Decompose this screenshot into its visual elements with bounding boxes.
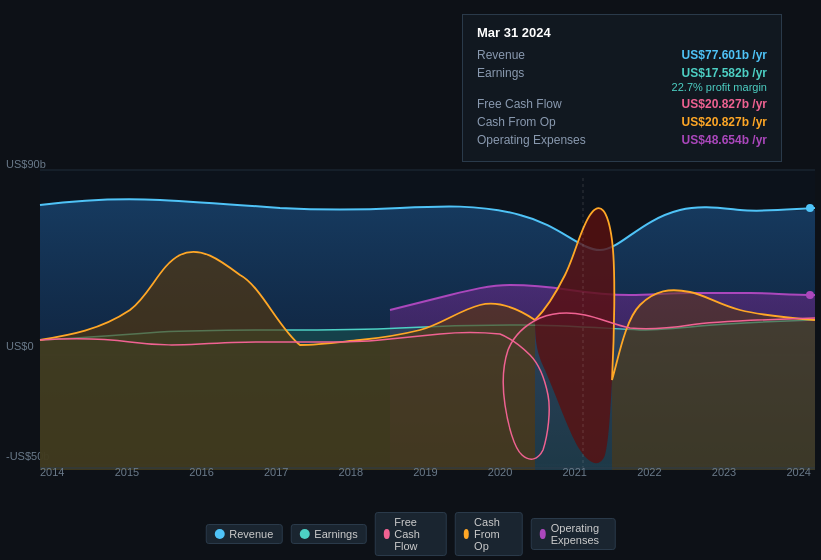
legend-fcf[interactable]: Free Cash Flow [375,512,447,556]
tooltip-revenue-row: Revenue US$77.601b /yr [477,48,767,62]
earnings-value: US$17.582b /yr [682,66,767,80]
earnings-legend-label: Earnings [314,528,357,540]
opex-label: Operating Expenses [477,133,587,147]
svg-point-4 [806,204,814,212]
cashop-legend-label: Cash From Op [474,516,514,552]
tooltip-panel: Mar 31 2024 Revenue US$77.601b /yr Earni… [462,14,782,162]
x-label-2015: 2015 [115,466,139,478]
revenue-value: US$77.601b /yr [682,48,767,62]
legend-revenue[interactable]: Revenue [205,524,282,544]
opex-dot [540,529,546,539]
x-label-2018: 2018 [339,466,363,478]
x-label-2020: 2020 [488,466,512,478]
chart-legend: Revenue Earnings Free Cash Flow Cash Fro… [205,512,616,556]
x-label-2017: 2017 [264,466,288,478]
x-label-2022: 2022 [637,466,661,478]
tooltip-fcf-row: Free Cash Flow US$20.827b /yr [477,97,767,111]
revenue-label: Revenue [477,48,587,62]
tooltip-date: Mar 31 2024 [477,25,767,40]
x-label-2019: 2019 [413,466,437,478]
tooltip-opex-row: Operating Expenses US$48.654b /yr [477,133,767,147]
x-label-2023: 2023 [712,466,736,478]
cashop-label: Cash From Op [477,115,587,129]
revenue-legend-label: Revenue [229,528,273,540]
x-label-2024: 2024 [786,466,810,478]
legend-opex[interactable]: Operating Expenses [531,518,616,550]
x-axis-labels: 2014 2015 2016 2017 2018 2019 2020 2021 … [40,466,811,478]
profit-margin: 22.7% profit margin [477,81,767,93]
x-label-2021: 2021 [562,466,586,478]
opex-legend-label: Operating Expenses [551,522,607,546]
legend-earnings[interactable]: Earnings [290,524,366,544]
tooltip-earnings-row: Earnings US$17.582b /yr 22.7% profit mar… [477,66,767,93]
tooltip-cashop-row: Cash From Op US$20.827b /yr [477,115,767,129]
opex-value: US$48.654b /yr [682,133,767,147]
fcf-value: US$20.827b /yr [682,97,767,111]
fcf-label: Free Cash Flow [477,97,587,111]
earnings-label: Earnings [477,66,587,80]
cashop-value: US$20.827b /yr [682,115,767,129]
fcf-dot [384,529,390,539]
x-label-2016: 2016 [189,466,213,478]
x-label-2014: 2014 [40,466,64,478]
svg-point-5 [806,291,814,299]
revenue-dot [214,529,224,539]
earnings-dot [299,529,309,539]
legend-cashop[interactable]: Cash From Op [455,512,524,556]
cashop-dot [464,529,470,539]
fcf-legend-label: Free Cash Flow [394,516,437,552]
